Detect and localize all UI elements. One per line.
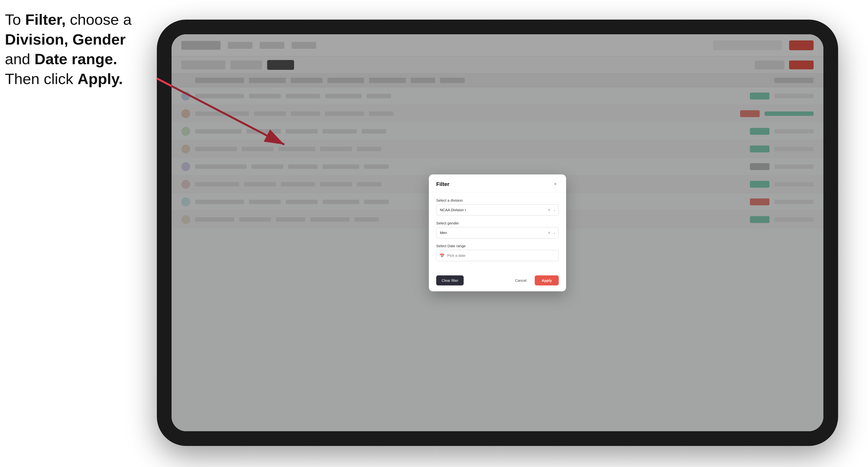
date-range-input[interactable] (436, 250, 559, 261)
instruction-line1: To Filter, choose aDivision, Genderand D… (5, 11, 132, 87)
modal-footer: Clear filter Cancel Apply (429, 272, 566, 291)
modal-title: Filter (436, 181, 450, 187)
gender-select-wrapper: Men Women ✕ ⌄ (436, 227, 559, 239)
tablet-frame: Filter × Select a division NCAA Division… (157, 20, 838, 446)
modal-close-button[interactable]: × (552, 181, 559, 188)
gender-select[interactable]: Men Women (436, 227, 559, 239)
modal-overlay: Filter × Select a division NCAA Division… (172, 34, 824, 431)
modal-body: Select a division NCAA Division I NCAA D… (429, 192, 566, 272)
clear-filter-button[interactable]: Clear filter (436, 275, 464, 285)
date-range-form-group: Select Date range 📅 (436, 244, 559, 261)
division-label: Select a division (436, 198, 559, 203)
instruction-bold-apply: Apply. (78, 70, 123, 87)
division-clear-icon[interactable]: ✕ (547, 208, 552, 212)
instruction-text: To Filter, choose aDivision, Genderand D… (5, 10, 142, 89)
date-input-wrapper: 📅 (436, 250, 559, 261)
instruction-bold-date: Date range. (35, 51, 117, 67)
date-range-label: Select Date range (436, 244, 559, 248)
instruction-bold-division-gender: Division, Gender (5, 31, 126, 48)
cancel-button[interactable]: Cancel (510, 275, 532, 285)
tablet-screen: Filter × Select a division NCAA Division… (172, 34, 824, 431)
division-form-group: Select a division NCAA Division I NCAA D… (436, 198, 559, 216)
instruction-bold-filter: Filter, (25, 11, 66, 28)
apply-button[interactable]: Apply (535, 275, 559, 285)
gender-form-group: Select gender Men Women ✕ ⌄ (436, 221, 559, 239)
modal-header: Filter × (429, 175, 566, 192)
gender-clear-icon[interactable]: ✕ (547, 230, 552, 235)
gender-label: Select gender (436, 221, 559, 225)
division-select-wrapper: NCAA Division I NCAA Division II NCAA Di… (436, 204, 559, 216)
filter-modal: Filter × Select a division NCAA Division… (429, 175, 566, 291)
division-select[interactable]: NCAA Division I NCAA Division II NCAA Di… (436, 204, 559, 216)
footer-right-buttons: Cancel Apply (510, 275, 559, 285)
